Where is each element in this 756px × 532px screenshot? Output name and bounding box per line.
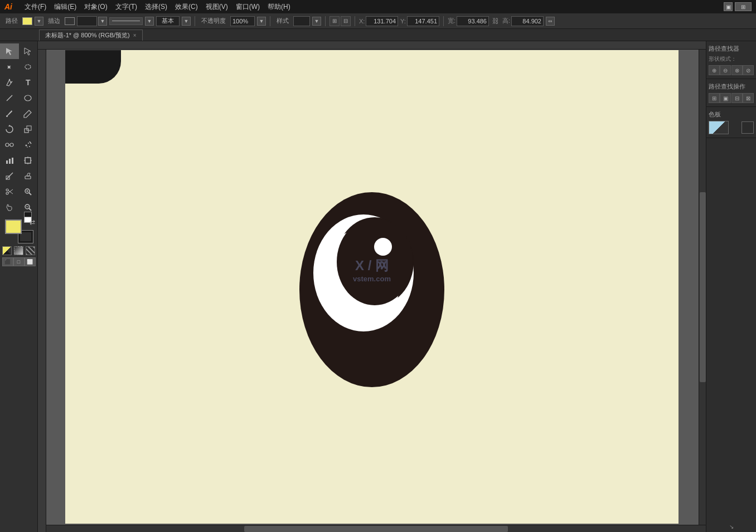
scroll-thumb-v[interactable] — [700, 192, 706, 382]
menu-file[interactable]: 文件(F) — [21, 1, 50, 13]
slice-btn[interactable] — [0, 168, 19, 184]
tab-close-btn[interactable]: × — [133, 32, 137, 38]
direct-selection-tool-btn[interactable] — [19, 43, 38, 59]
color-swatch-dark[interactable] — [742, 121, 754, 134]
svg-point-42 — [374, 238, 392, 256]
title-bar-icon1[interactable]: ▣ — [724, 2, 733, 11]
screen-normal-btn[interactable]: □ — [13, 257, 25, 266]
menu-effects[interactable]: 效果(C) — [172, 1, 201, 13]
swap-colors-btn[interactable]: ⇄ — [30, 218, 35, 226]
style-input[interactable] — [293, 16, 310, 26]
color-swatch-area: ⇄ — [0, 217, 37, 245]
line-type-input[interactable] — [156, 16, 180, 26]
intersect-btn[interactable]: ⊗ — [731, 65, 743, 75]
panel-bottom: ↘ — [706, 521, 756, 532]
x-value-input[interactable] — [366, 16, 398, 26]
menu-view[interactable]: 视图(V) — [202, 1, 231, 13]
magic-wand-btn[interactable]: ✦ — [0, 59, 19, 75]
gradient-mode-btn[interactable] — [14, 246, 23, 255]
stroke-width-input[interactable] — [77, 16, 97, 26]
opacity-dropdown-btn[interactable]: ▼ — [257, 17, 266, 26]
fill-options-btn[interactable]: ▼ — [35, 17, 43, 26]
screen-fullscreen-btn[interactable]: ⬜ — [25, 257, 36, 266]
color-mode-btn[interactable] — [2, 246, 12, 255]
svg-rect-19 — [25, 158, 31, 163]
menu-object[interactable]: 对象(O) — [81, 1, 110, 13]
menu-select[interactable]: 选择(S) — [142, 1, 171, 13]
trim-btn[interactable]: ▣ — [720, 93, 731, 103]
main-area: ✦ T — [0, 41, 756, 532]
zoom-tool-btn[interactable] — [19, 184, 38, 199]
rotate-btn[interactable] — [0, 121, 19, 137]
stroke-label: 描边 — [46, 17, 62, 25]
title-bar-icon2[interactable]: ⊞ — [735, 2, 752, 11]
paintbrush-btn[interactable] — [0, 106, 19, 121]
blend-btn[interactable] — [0, 137, 19, 153]
fill-swatch[interactable] — [5, 219, 22, 234]
svg-line-31 — [29, 193, 31, 195]
y-coord-group: Y: — [400, 16, 439, 26]
h-value-input[interactable] — [511, 16, 544, 26]
menu-window[interactable]: 窗口(W) — [232, 1, 263, 13]
svg-point-1 — [9, 79, 10, 80]
line-type-btn[interactable]: ▼ — [182, 17, 191, 26]
unite-btn[interactable]: ⊕ — [709, 65, 720, 75]
selection-tool-btn[interactable] — [0, 43, 19, 59]
crop-btn[interactable]: ⊠ — [743, 93, 754, 103]
symbol-spray-btn[interactable] — [19, 137, 38, 153]
none-mode-btn[interactable] — [26, 246, 35, 255]
transform-options-btn[interactable]: ⇔ — [546, 17, 555, 26]
color-panel: 色板 — [706, 107, 756, 138]
opacity-input[interactable] — [230, 16, 255, 26]
merge-btn[interactable]: ⊟ — [731, 93, 743, 103]
svg-line-2 — [7, 95, 12, 101]
line-tool-btn[interactable] — [0, 90, 19, 106]
line-style-btn[interactable]: ▼ — [145, 17, 154, 26]
eraser-btn[interactable] — [19, 168, 38, 184]
menu-help[interactable]: 帮助(H) — [264, 1, 294, 13]
column-graph-btn[interactable] — [0, 153, 19, 168]
svg-rect-18 — [12, 158, 13, 164]
pen-tool-btn[interactable] — [0, 75, 19, 90]
line-style-preview[interactable] — [109, 17, 143, 25]
panel-bottom-icon: ↘ — [709, 524, 754, 530]
menu-edit[interactable]: 编辑(E) — [51, 1, 80, 13]
y-value-input[interactable] — [407, 16, 439, 26]
shape-modes-label: 形状模式： — [709, 55, 736, 63]
artboard-btn[interactable] — [19, 153, 38, 168]
color-swatch-gradient[interactable] — [709, 121, 729, 134]
h-label: 高: — [502, 17, 510, 25]
draw-mode-btn[interactable]: ⬛ — [2, 257, 13, 266]
arrange-icon[interactable]: ⊞ — [329, 16, 340, 26]
scissors-btn[interactable] — [0, 184, 19, 199]
minus-front-btn[interactable]: ⊖ — [720, 65, 731, 75]
pencil-btn[interactable] — [19, 106, 38, 121]
tab-bar: 未标题-1* @ 800% (RGB/预览) × — [0, 29, 756, 41]
stroke-dropdown-btn[interactable]: ▼ — [98, 17, 107, 26]
illustration[interactable]: X / 网 vstem.com — [288, 181, 455, 393]
svg-point-14 — [27, 147, 28, 148]
stroke-color-swatch[interactable] — [65, 17, 75, 25]
scrollbar-vertical[interactable] — [699, 50, 706, 525]
scale-btn[interactable] — [19, 121, 38, 137]
w-label: 宽: — [448, 17, 455, 25]
text-tool-btn[interactable]: T — [19, 75, 38, 90]
canvas-area[interactable]: X / 网 vstem.com — [38, 41, 706, 532]
distribute-icon[interactable]: ⊟ — [341, 16, 351, 26]
lasso-btn[interactable] — [19, 59, 38, 75]
svg-rect-16 — [6, 160, 8, 164]
document-tab[interactable]: 未标题-1* @ 800% (RGB/预览) × — [39, 30, 143, 41]
exclude-btn[interactable]: ⊘ — [743, 65, 754, 75]
menu-text[interactable]: 文字(T) — [112, 1, 140, 13]
scroll-thumb-h[interactable] — [244, 526, 508, 532]
divide-btn[interactable]: ⊞ — [709, 93, 720, 103]
ellipse-tool-btn[interactable] — [19, 90, 38, 106]
hand-tool-btn[interactable] — [0, 199, 19, 215]
scrollbar-horizontal[interactable] — [46, 525, 706, 532]
menu-bar: 文件(F) 编辑(E) 对象(O) 文字(T) 选择(S) 效果(C) 视图(V… — [21, 1, 294, 13]
style-dropdown-btn[interactable]: ▼ — [312, 17, 321, 26]
w-value-input[interactable] — [457, 16, 489, 26]
fill-color-swatch[interactable] — [22, 17, 32, 25]
shape-modes-row: 形状模式： — [709, 54, 754, 64]
color-swatches-title: 色板 — [709, 109, 754, 120]
